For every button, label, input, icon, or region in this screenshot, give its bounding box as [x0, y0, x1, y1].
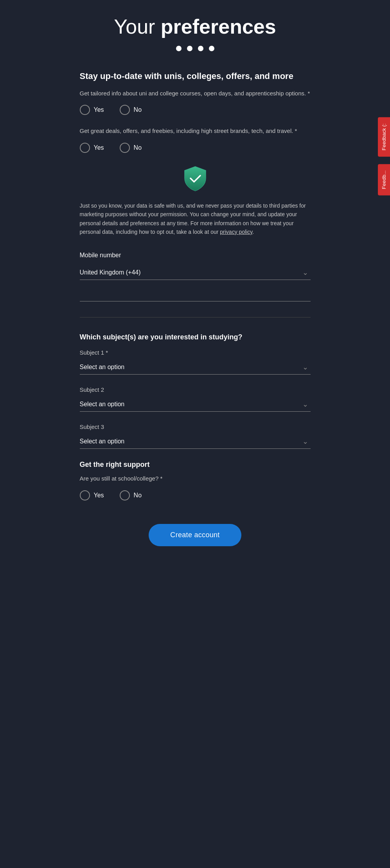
privacy-section: Just so you know, your data is safe with…	[80, 165, 311, 237]
section-divider	[80, 317, 311, 317]
subject1-label: Subject 1 *	[80, 349, 311, 356]
subject3-select[interactable]: Select an option Mathematics English Sci…	[80, 434, 311, 449]
phone-input[interactable]	[80, 286, 311, 301]
radio-no-3-text: No	[134, 492, 142, 499]
feedback-tab-1[interactable]: Feedback (:	[378, 117, 390, 157]
shield-icon-container	[182, 165, 209, 194]
progress-dots	[80, 46, 311, 51]
radio-yes-3-text: Yes	[94, 492, 104, 499]
shield-icon	[182, 165, 209, 192]
radio-yes-2-label[interactable]: Yes	[80, 143, 104, 153]
create-account-button[interactable]: Create account	[149, 524, 241, 546]
mobile-section: Mobile number United Kingdom (+44) Unite…	[80, 252, 311, 301]
progress-dot-3	[198, 46, 203, 51]
radio-yes-1[interactable]	[80, 105, 90, 115]
subject3-select-container: Select an option Mathematics English Sci…	[80, 434, 311, 449]
radio-no-1-text: No	[134, 106, 142, 113]
subject1-select-container: Select an option Mathematics English Sci…	[80, 360, 311, 375]
section1-description2: Get great deals, offers, and freebies, i…	[80, 127, 311, 136]
radio-no-2-text: No	[134, 144, 142, 151]
radio-no-3-label[interactable]: No	[120, 490, 142, 500]
subject1-select[interactable]: Select an option Mathematics English Sci…	[80, 360, 311, 375]
feedback-tab-2[interactable]: Feedb...	[378, 164, 390, 195]
radio-yes-2-text: Yes	[94, 144, 104, 151]
create-account-section: Create account	[80, 524, 311, 562]
mobile-label: Mobile number	[80, 252, 311, 259]
radio-group-3: Yes No	[80, 490, 311, 500]
subject3-label: Subject 3	[80, 423, 311, 430]
country-select-container: United Kingdom (+44) United States (+1) …	[80, 265, 311, 280]
radio-yes-1-label[interactable]: Yes	[80, 105, 104, 115]
section1-description1: Get tailored info about uni and college …	[80, 89, 311, 98]
support-description: Are you still at school/college? *	[80, 474, 311, 483]
country-select[interactable]: United Kingdom (+44) United States (+1) …	[80, 265, 311, 280]
radio-group-2: Yes No	[80, 143, 311, 153]
privacy-policy-link[interactable]: privacy policy	[220, 229, 252, 235]
radio-yes-2[interactable]	[80, 143, 90, 153]
stay-uptodate-section: Stay up-to-date with unis, colleges, off…	[80, 71, 311, 153]
section1-heading: Stay up-to-date with unis, colleges, off…	[80, 71, 311, 82]
radio-group-1: Yes No	[80, 105, 311, 115]
subjects-section: Which subject(s) are you interested in s…	[80, 333, 311, 449]
progress-dot-2	[187, 46, 192, 51]
radio-no-2-label[interactable]: No	[120, 143, 142, 153]
radio-yes-3[interactable]	[80, 490, 90, 500]
progress-dot-1	[176, 46, 182, 51]
radio-no-1-label[interactable]: No	[120, 105, 142, 115]
header-section: Your preferences	[80, 16, 311, 51]
radio-no-3[interactable]	[120, 490, 130, 500]
support-section: Get the right support Are you still at s…	[80, 461, 311, 500]
privacy-text: Just so you know, your data is safe with…	[80, 201, 311, 237]
radio-yes-3-label[interactable]: Yes	[80, 490, 104, 500]
subject2-group: Subject 2 Select an option Mathematics E…	[80, 386, 311, 412]
support-title: Get the right support	[80, 461, 311, 469]
subject3-group: Subject 3 Select an option Mathematics E…	[80, 423, 311, 449]
subjects-title: Which subject(s) are you interested in s…	[80, 333, 311, 341]
subject1-group: Subject 1 * Select an option Mathematics…	[80, 349, 311, 375]
title-light: Your	[114, 15, 161, 38]
page-title: Your preferences	[80, 16, 311, 38]
subject2-select-container: Select an option Mathematics English Sci…	[80, 397, 311, 412]
radio-no-1[interactable]	[120, 105, 130, 115]
title-bold: preferences	[161, 15, 276, 38]
progress-dot-4	[209, 46, 214, 51]
subject2-select[interactable]: Select an option Mathematics English Sci…	[80, 397, 311, 412]
subject2-label: Subject 2	[80, 386, 311, 393]
radio-yes-1-text: Yes	[94, 106, 104, 113]
radio-no-2[interactable]	[120, 143, 130, 153]
